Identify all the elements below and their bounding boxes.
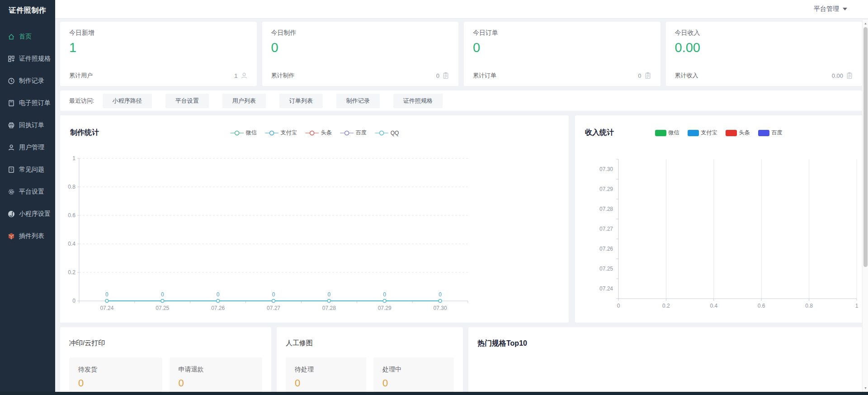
stat-footer-label: 累计制作 xyxy=(271,71,295,80)
recent-visits-bar: 最近访问: 小程序路径 平台设置 用户列表 订单列表 制作记录 证件照规格 xyxy=(60,90,862,111)
recent-link-miniprogram-path[interactable]: 小程序路径 xyxy=(103,94,152,108)
stat-footer-label: 累计订单 xyxy=(473,71,496,80)
svg-text:0: 0 xyxy=(161,291,164,298)
substat-row: 待发货 0 申请退款 0 xyxy=(69,357,262,395)
stat-value: 0.00 xyxy=(675,40,854,55)
bottom-cards-row: 冲印/云打印 待发货 0 申请退款 0 人工修图 待处理 0 xyxy=(60,327,862,395)
recent-link-order-list[interactable]: 订单列表 xyxy=(279,94,323,108)
stat-label: 今日新增 xyxy=(69,29,248,37)
sidebar-item-miniprogram-settings[interactable]: 小程序设置 xyxy=(0,203,55,225)
stat-footer-value: 0 xyxy=(436,72,439,79)
scroll-down-icon[interactable]: ▼ xyxy=(863,385,868,391)
production-line-chart: 00.20.40.60.8107.2407.2507.2607.2707.280… xyxy=(60,147,569,319)
svg-text:07.30: 07.30 xyxy=(434,305,447,311)
legend-item[interactable]: 支付宝 xyxy=(265,129,297,137)
legend-label: 支付宝 xyxy=(281,129,297,137)
income-bar-chart: 00.20.40.60.8107.3007.2907.2807.2707.260… xyxy=(575,147,862,319)
svg-text:07.28: 07.28 xyxy=(599,206,613,212)
recent-link-photo-specs[interactable]: 证件照规格 xyxy=(393,94,443,108)
svg-text:1: 1 xyxy=(72,155,75,162)
manual-retouch-card: 人工修图 待处理 0 处理中 0 xyxy=(277,327,463,395)
stat-footer: 累计收入 0.00 xyxy=(675,71,854,80)
svg-text:0.8: 0.8 xyxy=(805,303,813,309)
stat-footer-label: 累计用户 xyxy=(69,71,93,80)
svg-text:0: 0 xyxy=(272,291,275,298)
sidebar-item-ephoto-orders[interactable]: 电子照订单 xyxy=(0,92,55,114)
sidebar-item-user-management[interactable]: 用户管理 xyxy=(0,136,55,158)
user-menu-dropdown[interactable]: 平台管理 xyxy=(814,0,847,18)
sidebar-item-production-log[interactable]: 制作记录 xyxy=(0,70,55,92)
legend-item[interactable]: 百度 xyxy=(340,129,367,137)
stat-label: 今日订单 xyxy=(473,29,651,37)
svg-text:0: 0 xyxy=(383,291,386,298)
legend-item[interactable]: 头条 xyxy=(726,129,750,137)
legend-item[interactable]: 支付宝 xyxy=(688,129,717,137)
income-stats-card: 收入统计 微信支付宝头条百度 00.20.40.60.8107.3007.290… xyxy=(575,115,862,323)
stat-footer-label: 累计收入 xyxy=(675,71,698,80)
user-icon xyxy=(8,144,15,151)
sidebar-menu: 首页 证件照规格 制作记录 电子照订单 回执订单 用户管理 xyxy=(0,25,55,247)
svg-text:07.30: 07.30 xyxy=(599,166,613,172)
legend-label: 微信 xyxy=(669,129,679,137)
legend-item[interactable]: QQ xyxy=(375,130,399,136)
svg-text:07.27: 07.27 xyxy=(267,305,280,311)
sidebar-item-label: 小程序设置 xyxy=(19,210,51,218)
legend-swatch-icon xyxy=(688,130,699,136)
clipboard-icon xyxy=(846,72,853,79)
substat-label: 待处理 xyxy=(295,366,357,374)
legend-label: 微信 xyxy=(246,129,257,137)
substat-refund-requests: 申请退款 0 xyxy=(170,357,263,395)
legend-label: 百度 xyxy=(356,129,367,137)
sidebar-item-photo-specs[interactable]: 证件照规格 xyxy=(0,48,55,70)
sidebar-item-home[interactable]: 首页 xyxy=(0,25,55,48)
clock-icon xyxy=(8,77,15,85)
chart-title: 收入统计 xyxy=(585,128,614,138)
svg-text:0.4: 0.4 xyxy=(710,303,717,309)
chart-title: 制作统计 xyxy=(70,128,99,138)
legend-item[interactable]: 微信 xyxy=(655,129,679,137)
svg-text:0: 0 xyxy=(328,291,331,298)
svg-text:0: 0 xyxy=(72,298,75,304)
sidebar-item-receipt-orders[interactable]: 回执订单 xyxy=(0,114,55,136)
sidebar-item-plugin-list[interactable]: 插件列表 xyxy=(0,225,55,247)
sidebar-item-label: 电子照订单 xyxy=(19,99,51,107)
substat-label: 处理中 xyxy=(382,366,445,374)
svg-text:07.29: 07.29 xyxy=(378,305,392,311)
bottom-strip xyxy=(0,392,868,395)
stat-label: 今日收入 xyxy=(675,29,854,37)
substat-label: 申请退款 xyxy=(179,366,254,374)
legend-label: 头条 xyxy=(739,129,750,137)
sidebar-item-label: 制作记录 xyxy=(19,77,44,85)
legend-line-marker-icon xyxy=(230,130,244,136)
sidebar-item-platform-settings[interactable]: 平台设置 xyxy=(0,181,55,203)
bottom-card-title: 热门规格Top10 xyxy=(477,339,853,348)
legend-item[interactable]: 百度 xyxy=(758,129,783,137)
sidebar: 证件照制作 首页 证件照规格 制作记录 电子照订单 回执订单 xyxy=(0,0,55,395)
stat-footer-value: 1 xyxy=(234,72,237,79)
gear-icon xyxy=(8,188,15,195)
substat-value: 0 xyxy=(78,377,153,389)
svg-text:07.24: 07.24 xyxy=(599,286,613,292)
scroll-up-icon[interactable]: ▲ xyxy=(863,21,868,26)
sidebar-item-faq[interactable]: ? 常见问题 xyxy=(0,158,55,181)
recent-link-user-list[interactable]: 用户列表 xyxy=(222,94,266,108)
clipboard-icon xyxy=(442,72,449,79)
scrollbar-thumb[interactable] xyxy=(863,27,868,267)
top-specs-card: 热门规格Top10 xyxy=(468,327,862,395)
recent-link-production-log[interactable]: 制作记录 xyxy=(336,94,380,108)
page-scrollbar[interactable]: ▲ ▼ xyxy=(862,20,868,392)
printer-icon xyxy=(8,122,15,129)
legend-line-marker-icon xyxy=(375,130,388,136)
recent-link-platform-settings[interactable]: 平台设置 xyxy=(165,94,209,108)
legend-item[interactable]: 微信 xyxy=(230,129,257,137)
production-stats-card: 制作统计 微信支付宝头条百度QQ 00.20.40.60.8107.2407.2… xyxy=(60,115,569,323)
sidebar-item-label: 证件照规格 xyxy=(19,55,51,63)
grid-icon xyxy=(8,55,15,62)
sidebar-item-label: 用户管理 xyxy=(19,143,44,152)
stat-cards-row: 今日新增 1 累计用户 1 今日制作 0 累计制作 0 今日订单 0 累计订单 … xyxy=(60,22,862,86)
question-doc-icon: ? xyxy=(8,166,15,173)
legend-item[interactable]: 头条 xyxy=(305,129,332,137)
legend-label: 百度 xyxy=(772,129,783,137)
legend-label: QQ xyxy=(391,130,399,136)
svg-text:0.4: 0.4 xyxy=(68,241,75,247)
